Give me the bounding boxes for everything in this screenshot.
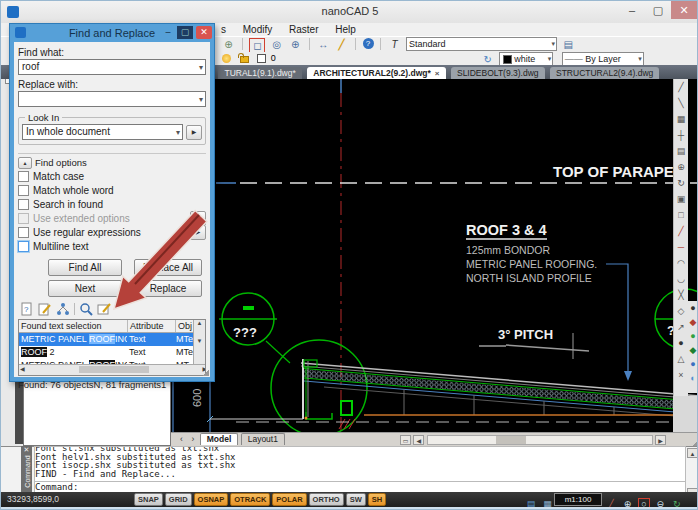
current-layer-label[interactable]: 0: [271, 53, 276, 63]
match-case-checkbox[interactable]: [18, 171, 29, 182]
stretch-icon[interactable]: △: [674, 351, 688, 367]
chevron-down-icon[interactable]: ▾: [199, 61, 203, 75]
layout1-tab[interactable]: Layout1: [241, 433, 285, 445]
extended-options-more-button[interactable]: ▶: [190, 211, 206, 226]
dialog-minimize-button[interactable]: –: [160, 26, 176, 39]
layer-box-icon[interactable]: [257, 54, 266, 63]
multiline-text-row[interactable]: Multiline text: [18, 239, 206, 253]
scroll-left-icon[interactable]: ◀: [413, 435, 424, 445]
scroll-minimize-icon[interactable]: ▭: [400, 435, 411, 445]
look-in-select[interactable]: In whole document▾: [22, 124, 183, 140]
menu-item-partial[interactable]: s: [214, 23, 233, 36]
scroll-track[interactable]: [427, 435, 653, 445]
tree-view-icon[interactable]: [56, 302, 70, 316]
extend-icon[interactable]: ─: [674, 239, 688, 255]
search-in-found-checkbox[interactable]: [18, 199, 29, 210]
model-tab[interactable]: Model: [200, 433, 239, 445]
linetype-combo[interactable]: —— By Layer▾: [562, 52, 644, 66]
zoom-in-icon[interactable]: ⊕: [288, 38, 302, 51]
dialog-resize-grip[interactable]: [203, 370, 209, 376]
polar-toggle[interactable]: POLAR: [272, 493, 306, 506]
fillet-icon[interactable]: ◠: [674, 255, 688, 271]
profile-sheet-icon[interactable]: ▤: [561, 38, 575, 51]
erase-icon[interactable]: ×: [674, 367, 688, 383]
explode-icon[interactable]: ╳: [674, 287, 688, 303]
green-tool-icon[interactable]: ◆: [687, 343, 698, 357]
array-icon[interactable]: ▤: [674, 143, 688, 159]
menu-item-modify[interactable]: Modify: [236, 23, 279, 36]
sh-toggle[interactable]: SH: [368, 493, 386, 506]
trim-icon[interactable]: ╱: [674, 223, 688, 239]
color-combo[interactable]: white▾: [499, 52, 553, 66]
text-style-icon[interactable]: T: [387, 38, 401, 51]
close-tab-icon[interactable]: ×: [435, 69, 440, 78]
sw-toggle[interactable]: SW: [346, 493, 366, 506]
match-whole-word-checkbox[interactable]: [18, 185, 29, 196]
command-history[interactable]: Font st.shx substituted as txt.shx Font …: [34, 446, 686, 482]
look-in-more-button[interactable]: ▶: [186, 125, 202, 140]
green-sphere-icon[interactable]: ●: [687, 329, 698, 343]
scroll-right-icon[interactable]: ▶: [655, 435, 666, 445]
paste-icon[interactable]: □: [674, 207, 688, 223]
result-help-icon[interactable]: ?: [20, 302, 34, 316]
results-table[interactable]: Found text selection Attribute Obj METRI…: [18, 319, 206, 376]
prev-layout-icon[interactable]: ‹: [177, 434, 186, 444]
doc-tab-architectural1[interactable]: TURAL1(9.1).dwg*: [218, 67, 301, 79]
layer-on-icon[interactable]: [222, 54, 231, 63]
copy-icon[interactable]: ▣: [674, 191, 688, 207]
otrack-toggle[interactable]: OTRACK: [230, 493, 270, 506]
scale-display[interactable]: m1:100: [554, 493, 602, 506]
canvas-hscrollbar[interactable]: ▭ ◀ ▶: [400, 435, 666, 445]
minimize-button[interactable]: –: [619, 1, 645, 19]
draw-polyline-icon[interactable]: ╲: [674, 95, 688, 111]
use-regex-checkbox[interactable]: [18, 227, 29, 238]
pan-icon[interactable]: ⊕: [221, 38, 235, 51]
result-row[interactable]: ROOF 2 Text MTe: [19, 346, 205, 359]
rotate-icon[interactable]: ↻: [674, 175, 688, 191]
scroll-thumb[interactable]: [79, 366, 149, 373]
search-in-found-row[interactable]: Search in found: [18, 197, 206, 211]
collapse-options-icon[interactable]: ▲: [18, 157, 32, 169]
find-what-input[interactable]: roof▾: [18, 59, 206, 75]
bomb-tool-icon[interactable]: ●: [687, 301, 698, 315]
zoom-dynamic-icon[interactable]: ◎: [270, 38, 284, 51]
zoom-to-found-icon[interactable]: [79, 302, 93, 316]
palette-tool-icon[interactable]: ◆: [687, 315, 698, 329]
snap-toggle[interactable]: SNAP: [134, 493, 163, 506]
ortho-toggle[interactable]: ORTHO: [309, 493, 344, 506]
results-vscrollbar[interactable]: ▲▼: [193, 320, 205, 364]
help-info-icon[interactable]: ?: [363, 38, 374, 49]
next-button[interactable]: Next: [48, 280, 122, 297]
mirror-icon[interactable]: ◇: [674, 303, 688, 319]
osnap-toggle[interactable]: OSNAP: [194, 493, 229, 506]
pan-tool-icon[interactable]: ⊕: [674, 159, 688, 175]
chevron-down-icon[interactable]: ▾: [199, 93, 203, 107]
scroll-left-icon[interactable]: ◀: [20, 365, 25, 372]
offset-icon[interactable]: ↗: [674, 319, 688, 335]
dialog-close-button[interactable]: ✕: [196, 26, 212, 39]
find-all-button[interactable]: Find All: [48, 259, 122, 276]
doc-tab-structural2[interactable]: STRUCTURAL2(9.4).dwg: [550, 67, 659, 79]
blue-sphere-icon[interactable]: ●: [687, 357, 698, 371]
edit-found-icon[interactable]: [97, 302, 111, 316]
draw-line-icon[interactable]: ╱: [674, 79, 688, 95]
menu-item-help[interactable]: Help: [328, 23, 363, 36]
dialog-maximize-button[interactable]: ▢: [177, 26, 193, 39]
scroll-thumb[interactable]: [496, 436, 526, 444]
command-scrollbar[interactable]: ▲ ▼: [687, 448, 698, 492]
show-all-icon[interactable]: ↔: [316, 38, 330, 51]
chevron-down-icon[interactable]: ▾: [176, 126, 180, 140]
replace-all-button[interactable]: Replace All: [134, 259, 202, 276]
drawing-canvas[interactable]: TOP OF PARAPET ROOF 3 & 4 125mm BONDOR M…: [214, 79, 698, 432]
dialog-title-bar[interactable]: Find and Replace – ▢ ✕: [10, 24, 214, 42]
replace-button[interactable]: Replace: [134, 280, 202, 297]
text-style-combo[interactable]: Standard▾: [406, 37, 557, 51]
blue-tool-icon[interactable]: ◐: [687, 371, 698, 385]
edit-text-icon[interactable]: [38, 302, 52, 316]
layer-unlock-icon[interactable]: [240, 56, 249, 63]
chamfer-icon[interactable]: ◡: [674, 271, 688, 287]
match-case-row[interactable]: Match case: [18, 169, 206, 183]
edit-pencil-icon[interactable]: ╱: [335, 38, 349, 51]
zoom-window-icon[interactable]: ◻: [249, 38, 265, 53]
close-button[interactable]: ✕: [671, 1, 697, 19]
